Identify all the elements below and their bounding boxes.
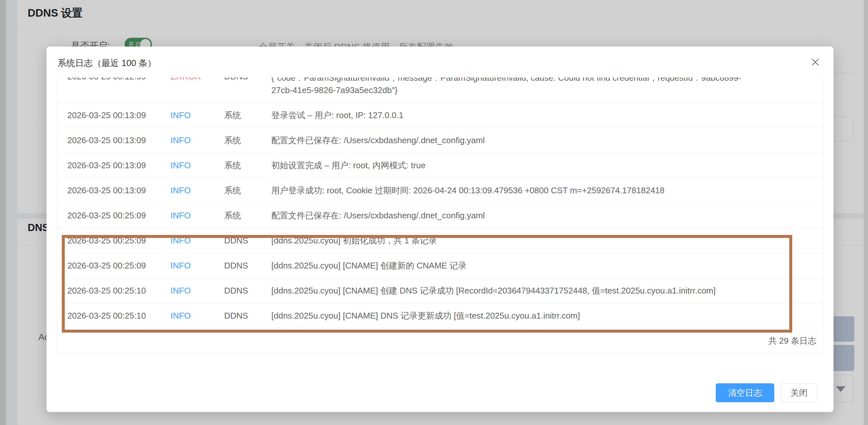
log-message: 配置文件已保存在: /Users/cxbdasheng/.dnet_config… — [271, 209, 824, 222]
log-category: 系统 — [224, 210, 271, 221]
log-category: DDNS — [224, 261, 271, 271]
log-category: DDNS — [224, 311, 271, 321]
log-level: INFO — [170, 211, 224, 221]
log-level: ERROR — [170, 78, 224, 82]
log-category: 系统 — [224, 160, 271, 171]
log-total-count: 共 29 条日志 — [57, 328, 824, 354]
log-row: 2026-03-25 00:25:09 INFO DDNS [ddns.2025… — [57, 228, 824, 253]
log-row: 2026-03-25 00:13:09 INFO 系统 登录尝试 – 用户: r… — [57, 103, 824, 128]
log-row: 2026-03-25 00:12:59 ERROR DDNS {"code":"… — [57, 78, 824, 103]
log-row: 2026-03-25 00:25:10 INFO DDNS [ddns.2025… — [57, 278, 824, 303]
log-level: INFO — [170, 261, 224, 271]
log-level: INFO — [170, 160, 224, 171]
log-message: 用户登录成功: root, Cookie 过期时间: 2026-04-24 00… — [271, 184, 824, 196]
system-log-modal: 系统日志（最近 100 条） 2026-03-25 00:12:59 ERROR… — [46, 47, 834, 412]
log-message: [ddns.2025u.cyou] [CNAME] 创建新的 CNAME 记录 — [271, 260, 824, 272]
log-row: 2026-03-25 00:13:09 INFO 系统 初始设置完成 – 用户:… — [57, 153, 824, 178]
log-time: 2026-03-25 00:25:09 — [57, 261, 170, 271]
log-time: 2026-03-25 00:25:09 — [57, 236, 170, 246]
log-time: 2026-03-25 00:25:10 — [57, 311, 170, 321]
log-message: {"code":"ParamSignatureInvalid","message… — [271, 78, 824, 96]
log-table-body: 2026-03-25 00:12:59 ERROR DDNS {"code":"… — [57, 78, 824, 354]
log-level: INFO — [170, 311, 224, 321]
log-message: 配置文件已保存在: /Users/cxbdasheng/.dnet_config… — [271, 134, 824, 146]
modal-close-button[interactable] — [810, 57, 820, 67]
log-message: 登录尝试 – 用户: root, IP: 127.0.0.1 — [271, 109, 824, 121]
log-time: 2026-03-25 00:13:09 — [57, 135, 170, 146]
log-level: INFO — [170, 110, 224, 120]
log-category: DDNS — [224, 286, 271, 296]
log-category: 系统 — [224, 185, 271, 196]
log-message: [ddns.2025u.cyou] 初始化成功，共 1 条记录 — [271, 234, 824, 247]
log-time: 2026-03-25 00:13:09 — [57, 110, 170, 120]
log-level: INFO — [170, 236, 224, 246]
log-row: 2026-03-25 00:25:10 INFO DDNS [ddns.2025… — [57, 303, 824, 328]
clear-logs-button[interactable]: 清空日志 — [716, 383, 774, 402]
log-category: DDNS — [224, 78, 271, 82]
log-time: 2026-03-25 00:12:59 — [57, 78, 170, 82]
log-level: INFO — [170, 135, 224, 146]
log-row: 2026-03-25 00:13:09 INFO 系统 用户登录成功: root… — [57, 178, 824, 203]
log-row: 2026-03-25 00:25:09 INFO DDNS [ddns.2025… — [57, 253, 824, 278]
log-time: 2026-03-25 00:13:09 — [57, 160, 170, 171]
close-icon — [811, 58, 820, 67]
log-message: [ddns.2025u.cyou] [CNAME] DNS 记录更新成功 [值=… — [271, 309, 824, 322]
log-category: 系统 — [224, 135, 271, 146]
log-message: [ddns.2025u.cyou] [CNAME] 创建 DNS 记录成功 [R… — [271, 284, 824, 297]
log-level: INFO — [170, 286, 224, 296]
log-row: 2026-03-25 00:25:09 INFO 系统 配置文件已保存在: /U… — [57, 203, 824, 228]
log-row: 2026-03-25 00:13:09 INFO 系统 配置文件已保存在: /U… — [57, 128, 824, 153]
modal-title: 系统日志（最近 100 条） — [58, 57, 156, 69]
log-table: 2026-03-25 00:12:59 ERROR DDNS {"code":"… — [57, 78, 824, 354]
log-category: DDNS — [224, 236, 271, 246]
log-time: 2026-03-25 00:13:09 — [57, 185, 170, 195]
log-message: 初始设置完成 – 用户: root, 内网模式: true — [271, 159, 824, 172]
log-time: 2026-03-25 00:25:09 — [57, 211, 170, 221]
log-time: 2026-03-25 00:25:10 — [57, 286, 170, 296]
close-button[interactable]: 关闭 — [781, 383, 817, 402]
log-level: INFO — [170, 185, 224, 195]
log-category: 系统 — [224, 110, 271, 121]
